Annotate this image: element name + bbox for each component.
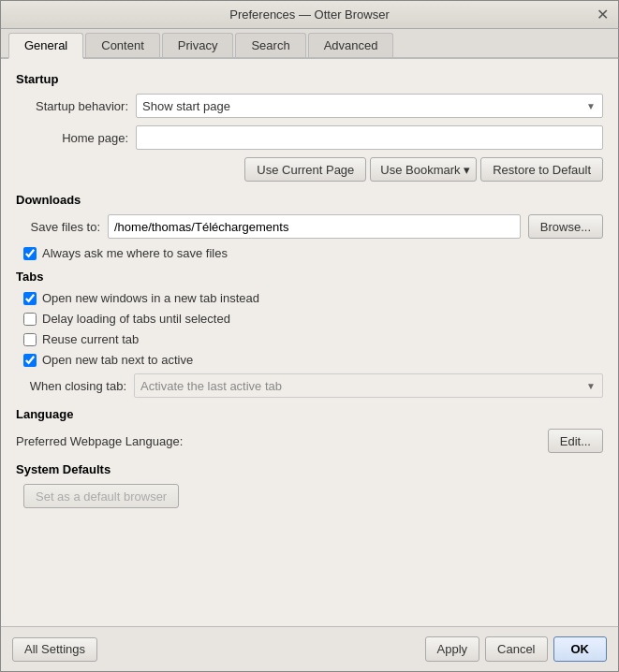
language-section: Language Preferred Webpage Language: Edi… — [16, 407, 603, 453]
title-bar: Preferences — Otter Browser ✕ — [1, 1, 618, 29]
tab-option-3: Open new tab next to active — [23, 353, 603, 367]
system-defaults-section: System Defaults Set as a default browser — [16, 462, 603, 508]
use-bookmark-button[interactable]: Use Bookmark ▾ — [370, 157, 477, 182]
save-files-row: Save files to: Browse... — [16, 214, 603, 239]
startup-behavior-label: Startup behavior: — [16, 99, 128, 113]
all-settings-button[interactable]: All Settings — [12, 637, 97, 662]
use-current-page-button[interactable]: Use Current Page — [244, 157, 366, 182]
startup-behavior-row: Startup behavior: Show start page — [16, 94, 603, 118]
tab-bar: General Content Privacy Search Advanced — [1, 29, 618, 59]
tabs-title: Tabs — [16, 270, 603, 284]
downloads-title: Downloads — [16, 193, 603, 207]
downloads-section: Downloads Save files to: Browse... Alway… — [16, 193, 603, 260]
tab-option-1: Delay loading of tabs until selected — [23, 312, 603, 326]
preferred-lang-row: Preferred Webpage Language: Edit... — [16, 429, 603, 453]
browse-button[interactable]: Browse... — [528, 214, 603, 239]
save-files-label: Save files to: — [16, 220, 100, 234]
tabs-section: Tabs Open new windows in a new tab inste… — [16, 270, 603, 398]
main-content: Startup Startup behavior: Show start pag… — [1, 59, 618, 626]
tab-advanced[interactable]: Advanced — [308, 33, 394, 57]
system-defaults-title: System Defaults — [16, 462, 603, 476]
language-title: Language — [16, 407, 603, 421]
restore-default-button[interactable]: Restore to Default — [480, 157, 603, 182]
window-title: Preferences — Otter Browser — [229, 7, 390, 22]
cancel-button[interactable]: Cancel — [485, 636, 547, 662]
tab-option-0: Open new windows in a new tab instead — [23, 291, 603, 305]
tab-checkbox-0[interactable] — [23, 292, 37, 305]
preferences-window: Preferences — Otter Browser ✕ General Co… — [0, 0, 619, 672]
preferred-lang-label: Preferred Webpage Language: — [16, 434, 183, 448]
tab-general[interactable]: General — [8, 33, 83, 59]
homepage-label: Home page: — [16, 131, 128, 145]
edit-language-button[interactable]: Edit... — [548, 429, 603, 453]
tab-label-1: Delay loading of tabs until selected — [42, 312, 230, 326]
startup-behavior-select[interactable]: Show start page — [136, 94, 603, 118]
tab-content[interactable]: Content — [85, 33, 160, 57]
startup-title: Startup — [16, 72, 603, 86]
set-default-button[interactable]: Set as a default browser — [23, 484, 179, 508]
tab-option-2: Reuse current tab — [23, 332, 603, 346]
homepage-input[interactable] — [136, 125, 603, 150]
tab-checkbox-2[interactable] — [23, 333, 37, 346]
when-closing-row: When closing tab: Activate the last acti… — [23, 373, 603, 398]
when-closing-select[interactable]: Activate the last active tab — [134, 373, 603, 398]
when-closing-label: When closing tab: — [23, 379, 126, 393]
when-closing-wrapper: Activate the last active tab — [134, 373, 603, 398]
apply-button[interactable]: Apply — [425, 636, 480, 662]
always-ask-row: Always ask me where to save files — [23, 246, 603, 260]
tab-label-2: Reuse current tab — [42, 332, 139, 346]
always-ask-label: Always ask me where to save files — [42, 246, 228, 260]
homepage-buttons: Use Current Page Use Bookmark ▾ Restore … — [16, 157, 603, 182]
startup-behavior-wrapper: Show start page — [136, 94, 603, 118]
tab-checkbox-3[interactable] — [23, 354, 37, 367]
close-button[interactable]: ✕ — [594, 7, 611, 23]
footer: All Settings Apply Cancel OK — [1, 626, 618, 671]
startup-section: Startup Startup behavior: Show start pag… — [16, 72, 603, 182]
ok-button[interactable]: OK — [553, 636, 608, 662]
save-path-input[interactable] — [108, 214, 521, 239]
tab-label-3: Open new tab next to active — [42, 353, 193, 367]
tab-checkbox-1[interactable] — [23, 313, 37, 326]
homepage-row: Home page: — [16, 125, 603, 150]
footer-buttons: Apply Cancel OK — [425, 636, 608, 662]
tab-privacy[interactable]: Privacy — [162, 33, 234, 57]
tab-label-0: Open new windows in a new tab instead — [42, 291, 259, 305]
tab-search[interactable]: Search — [235, 33, 305, 57]
always-ask-checkbox[interactable] — [23, 247, 37, 260]
